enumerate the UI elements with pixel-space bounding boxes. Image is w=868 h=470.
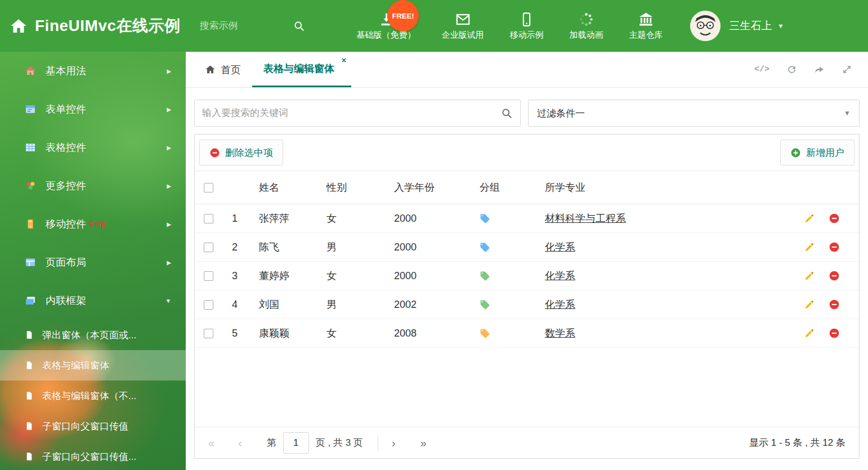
col-header-year: 入学年份 (390, 171, 475, 204)
edit-icon[interactable] (804, 299, 815, 310)
delete-icon[interactable] (829, 241, 840, 253)
tab-grid-edit-window[interactable]: 表格与编辑窗体 × (252, 52, 351, 87)
keyword-search-input[interactable] (202, 108, 501, 119)
delete-icon[interactable] (829, 213, 840, 224)
edit-icon[interactable] (804, 328, 815, 339)
cell-name: 刘国 (254, 290, 322, 319)
sidebar-item-inline-frame[interactable]: 内联框架 ▼ (0, 281, 186, 320)
last-page-button[interactable]: » (420, 437, 427, 449)
avatar-face-icon (690, 11, 721, 41)
filter-dropdown[interactable]: 过滤条件一 ▼ (528, 100, 860, 127)
tag-icon (480, 299, 490, 310)
layout-icon (25, 257, 36, 268)
first-page-button[interactable]: « (208, 437, 214, 449)
cell-year: 2008 (390, 319, 475, 348)
search-icon[interactable] (293, 20, 305, 32)
widgets-icon (25, 180, 36, 191)
cell-year: 2000 (390, 233, 475, 262)
major-link[interactable]: 化学系 (545, 270, 575, 281)
source-code-icon[interactable]: </> (754, 65, 769, 74)
prev-page-button[interactable]: ‹ (238, 437, 242, 449)
main-content: 首页 表格与编辑窗体 × </> 过滤条件一 ▼ (186, 52, 868, 470)
cell-gender: 男 (322, 233, 390, 262)
sidebar-item-grid-controls[interactable]: 表格控件 ▶ (0, 128, 186, 167)
search-icon[interactable] (501, 108, 513, 119)
user-menu[interactable]: 三生石上 ▼ (730, 19, 784, 33)
tag-icon (480, 271, 490, 281)
sidebar-item-mobile-controls[interactable]: 移动控件 Corp. ▶ (0, 205, 186, 243)
edit-icon[interactable] (804, 213, 815, 224)
open-in-new-window-icon[interactable] (814, 64, 825, 75)
empty-area (195, 348, 859, 427)
next-page-button[interactable]: › (392, 437, 396, 449)
cell-index: 5 (227, 319, 254, 348)
header-search (200, 20, 305, 32)
pagination-bar: « ‹ 第 页 , 共 3 页 › » 显示 1 - 5 条 , 共 12 条 (195, 427, 859, 458)
row-checkbox[interactable] (204, 271, 213, 281)
close-icon[interactable]: × (342, 56, 346, 64)
sidebar-subitem-child-to-parent-2[interactable]: 子窗口向父窗口传值... (0, 441, 186, 470)
arrow-right-icon: ▶ (167, 259, 171, 266)
major-link[interactable]: 数学系 (545, 328, 575, 339)
filter-row: 过滤条件一 ▼ (186, 88, 868, 127)
cell-gender: 男 (322, 290, 390, 319)
sidebar-subitem-child-to-parent[interactable]: 子窗口向父窗口传值 (0, 411, 186, 441)
row-checkbox[interactable] (204, 329, 213, 338)
add-user-button[interactable]: 新增用户 (780, 140, 854, 165)
edit-icon[interactable] (804, 241, 815, 253)
envelope-icon (455, 12, 471, 27)
sidebar-item-form-controls[interactable]: 表单控件 ▶ (0, 90, 186, 128)
cell-index: 4 (227, 290, 254, 319)
tag-icon (480, 242, 490, 253)
nav-item-theme-store[interactable]: 主题仓库 (629, 12, 663, 41)
major-link[interactable]: 化学系 (545, 299, 575, 310)
row-checkbox[interactable] (204, 300, 213, 310)
table-row: 1 张萍萍 女 2000 材料科学与工程系 (195, 204, 859, 233)
delete-selected-button[interactable]: 删除选中项 (199, 140, 283, 165)
page-number-input[interactable] (283, 432, 309, 454)
sidebar-subitem-grid-edit-window[interactable]: 表格与编辑窗体 (0, 350, 186, 381)
grid-panel: 删除选中项 新增用户 姓名 性别 (194, 134, 860, 459)
refresh-icon[interactable] (786, 64, 797, 75)
fullscreen-icon[interactable] (842, 64, 852, 75)
arrow-right-icon: ▶ (167, 221, 171, 227)
header-search-input[interactable] (200, 20, 284, 32)
major-link[interactable]: 材料科学与工程系 (545, 213, 626, 224)
file-icon (25, 330, 34, 339)
edit-icon[interactable] (804, 270, 815, 281)
cell-index: 2 (227, 233, 254, 262)
user-avatar[interactable] (690, 11, 721, 41)
nav-item-mobile-demo[interactable]: 移动示例 (510, 12, 544, 41)
row-checkbox[interactable] (204, 243, 213, 252)
delete-icon[interactable] (829, 328, 840, 339)
col-header-group: 分组 (475, 171, 540, 204)
delete-icon[interactable] (829, 299, 840, 310)
tab-label: 表格与编辑窗体 (263, 62, 334, 75)
col-header-gender: 性别 (322, 171, 390, 204)
arrow-right-icon: ▶ (167, 183, 171, 189)
cell-year: 2000 (390, 262, 475, 290)
app-window: FineUIMvc在线示例 FREE! 基础版（免费） 企业版试用 移动示例 加… (0, 0, 868, 470)
file-icon (25, 391, 34, 400)
select-all-checkbox[interactable] (204, 183, 213, 193)
row-checkbox[interactable] (204, 214, 213, 223)
nav-item-loading-animations[interactable]: 加载动画 (570, 12, 603, 41)
caret-down-icon: ▼ (165, 298, 171, 304)
sidebar-item-basic-usage[interactable]: 基本用法 ▶ (0, 52, 186, 90)
sidebar-subitem-grid-edit-window-2[interactable]: 表格与编辑窗体（不... (0, 381, 186, 411)
sidebar-item-more-controls[interactable]: 更多控件 ▶ (0, 167, 186, 205)
sidebar-item-page-layout[interactable]: 页面布局 ▶ (0, 243, 186, 281)
delete-icon[interactable] (829, 270, 840, 281)
sidebar-subitem-popup-window[interactable]: 弹出窗体（本页面或... (0, 320, 186, 350)
nav-item-enterprise-trial[interactable]: 企业版试用 (442, 12, 484, 41)
col-header-name: 姓名 (254, 171, 322, 204)
spinner-icon (579, 12, 594, 27)
tab-home[interactable]: 首页 (194, 52, 252, 87)
app-title: FineUIMvc在线示例 (35, 15, 181, 37)
table-row: 5 康颖颖 女 2008 数学系 (195, 319, 859, 348)
col-header-major: 所学专业 (540, 171, 787, 204)
file-icon (25, 361, 34, 370)
col-header-index (227, 171, 254, 204)
major-link[interactable]: 化学系 (545, 241, 575, 253)
nav-label: 基础版（免费） (357, 30, 416, 41)
